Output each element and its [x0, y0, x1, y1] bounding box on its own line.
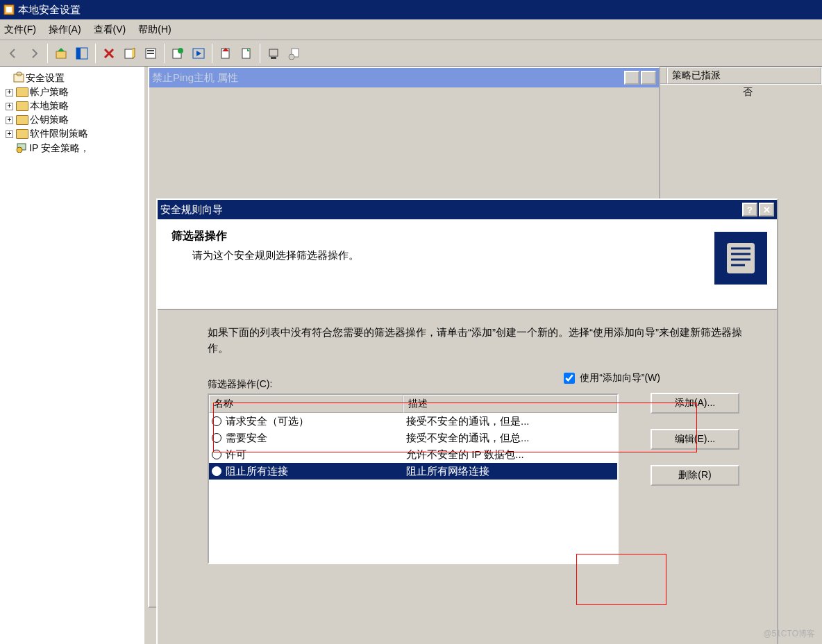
folder-icon	[16, 129, 28, 139]
export-button[interactable]	[140, 43, 161, 64]
svg-rect-14	[269, 49, 278, 56]
expand-icon[interactable]: +	[6, 89, 13, 96]
main-titlebar: 本地安全设置	[0, 0, 822, 19]
lv-assigned-value: 否	[743, 86, 753, 99]
radio-selected-icon	[212, 466, 221, 476]
svg-rect-7	[147, 50, 154, 51]
svg-rect-1	[6, 7, 12, 12]
assign-button[interactable]	[284, 43, 305, 64]
tree-item-software[interactable]: +软件限制策略	[1, 127, 143, 141]
col-name[interactable]: 名称	[209, 395, 403, 413]
filter-action-list[interactable]: 名称 描述 请求安全（可选） 接受不安全的通讯，但是... 需要安全 接受不安全…	[208, 393, 619, 564]
use-wizard-checkbox[interactable]: 使用“添加向导”(W)	[561, 371, 660, 386]
forward-button[interactable]	[24, 43, 44, 64]
tree-item-ipsec[interactable]: IP 安全策略，	[1, 141, 143, 155]
menu-action[interactable]: 操作(A)	[49, 24, 81, 36]
svg-rect-8	[147, 53, 154, 54]
svg-rect-2	[56, 51, 66, 58]
add-button[interactable]: 添加(A)...	[651, 393, 739, 414]
edit-button[interactable]: 编辑(E)...	[651, 429, 739, 450]
svg-rect-4	[76, 48, 81, 59]
filter-list-label: 筛选器操作(C):	[208, 378, 746, 391]
filter-row-1[interactable]: 需要安全 接受不安全的通讯，但总...	[209, 430, 617, 446]
filter-row-2[interactable]: 许可 允许不安全的 IP 数据包...	[209, 446, 617, 463]
security-root-icon	[13, 71, 26, 85]
filter-row-0[interactable]: 请求安全（可选） 接受不安全的通讯，但是...	[209, 413, 617, 430]
wizard-header-title: 筛选器操作	[171, 229, 763, 244]
tree-panel: 安全设置 +帐户策略 +本地策略 +公钥策略 +软件限制策略 IP 安全策略，	[0, 67, 146, 644]
wizard-header-subtitle: 请为这个安全规则选择筛选器操作。	[192, 249, 763, 262]
watermark: @51CTO博客	[763, 628, 815, 640]
svg-point-17	[289, 54, 294, 60]
expand-icon[interactable]: +	[6, 130, 13, 138]
lv-col-assigned[interactable]: 策略已指派	[667, 67, 821, 84]
wizard-title: 安全规则向导	[160, 203, 741, 217]
menubar: 文件(F) 操作(A) 查看(V) 帮助(H)	[0, 19, 822, 40]
properties-button[interactable]	[119, 43, 140, 64]
doc1-button[interactable]	[215, 43, 236, 64]
app-icon	[3, 3, 15, 16]
svg-point-21	[17, 147, 22, 153]
folder-icon	[16, 87, 28, 97]
ipsec-icon	[15, 142, 29, 155]
help-button[interactable]: ?	[624, 71, 639, 85]
wizard-header: 筛选器操作 请为这个安全规则选择筛选器操作。	[158, 219, 777, 310]
delete-button[interactable]	[99, 43, 119, 64]
listter-list-header: 名称 描述	[209, 395, 617, 413]
close-button[interactable]: ✕	[759, 203, 774, 217]
radio-unselected-icon	[212, 416, 221, 426]
show-hide-tree-button[interactable]	[72, 43, 92, 64]
menu-view[interactable]: 查看(V)	[94, 24, 126, 36]
tree-item-account[interactable]: +帐户策略	[1, 85, 143, 99]
svg-rect-15	[271, 57, 276, 59]
radio-unselected-icon	[212, 450, 221, 459]
wizard-titlebar[interactable]: 安全规则向导 ? ✕	[158, 200, 777, 219]
close-button[interactable]: ✕	[641, 71, 656, 85]
propsheet-titlebar[interactable]: 禁止Ping主机 属性 ? ✕	[149, 68, 659, 87]
svg-rect-13	[242, 49, 250, 58]
main-title: 本地安全设置	[18, 3, 819, 17]
play-button[interactable]	[188, 43, 209, 64]
doc2-button[interactable]	[236, 43, 257, 64]
wizard-dialog: 安全规则向导 ? ✕ 筛选器操作 请为这个安全规则选择筛选器操作。 如果下面的列…	[156, 198, 778, 644]
use-wizard-check-input[interactable]	[564, 373, 575, 384]
remove-button[interactable]: 删除(R)	[651, 465, 739, 486]
propsheet-title: 禁止Ping主机 属性	[152, 71, 623, 85]
filter-row-3selected[interactable]: 阻止所有连接 阻止所有网络连接	[209, 463, 617, 480]
tree-item-pubkey[interactable]: +公钥策略	[1, 113, 143, 127]
folder-icon	[16, 101, 28, 111]
refresh-button[interactable]	[167, 43, 188, 64]
help-button[interactable]: ?	[742, 203, 757, 217]
tree-root[interactable]: 安全设置	[1, 71, 143, 85]
up-button[interactable]	[51, 43, 72, 64]
svg-point-10	[178, 48, 183, 53]
col-desc[interactable]: 描述	[403, 395, 617, 413]
toolbar	[0, 40, 822, 67]
wizard-instruction: 如果下面的列表中没有符合您需要的筛选器操作，请单击“添加”创建一个新的。选择“使…	[208, 325, 746, 356]
expand-icon[interactable]: +	[6, 117, 13, 124]
server-button[interactable]	[263, 43, 284, 64]
menu-help[interactable]: 帮助(H)	[138, 24, 171, 36]
menu-file[interactable]: 文件(F)	[4, 24, 36, 36]
expand-icon[interactable]: +	[6, 103, 13, 110]
radio-unselected-icon	[212, 433, 221, 443]
folder-icon	[16, 115, 28, 125]
tree-item-local[interactable]: +本地策略	[1, 99, 143, 113]
back-button[interactable]	[3, 43, 24, 64]
wizard-header-icon	[714, 232, 767, 285]
